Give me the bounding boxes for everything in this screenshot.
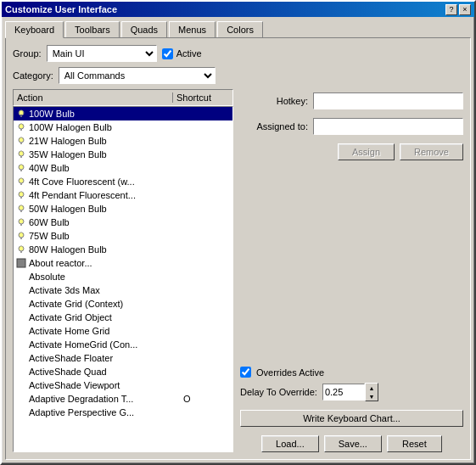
list-item[interactable]: 40W Bulb [14,161,232,175]
hotkey-label: Hotkey: [240,96,308,106]
group-row: Group: Main UI Active [13,45,463,62]
list-item-text: ActiveShade Viewport [27,380,180,390]
empty-icon [15,311,27,323]
assigned-to-row: Assigned to: [240,118,463,135]
list-item-text: 4ft Pendant Fluorescent... [27,190,180,200]
list-item[interactable]: ActiveShade Floater [14,351,232,365]
action-list-container: Action Shortcut 100W Bulb100W Halogen Bu… [13,89,233,452]
list-item[interactable]: 80W Halogen Bulb [14,243,232,256]
bulb-icon [15,162,27,174]
help-button[interactable]: ? [445,4,457,15]
list-item[interactable]: Activate Grid (Context) [14,297,232,311]
list-item[interactable]: 35W Halogen Bulb [14,148,232,161]
empty-icon [15,271,27,283]
list-item[interactable]: About reactor... [14,256,232,270]
bulb-icon [15,148,27,160]
bulb-icon [15,135,27,147]
assign-button[interactable]: Assign [338,143,395,160]
bulb-icon [15,189,27,201]
list-item[interactable]: Activate Grid Object [14,311,232,324]
list-item-text: Activate 3ds Max [27,285,180,295]
list-item-text: 4ft Cove Fluorescent (w... [27,176,180,187]
list-item-text: 80W Halogen Bulb [27,244,180,255]
list-item[interactable]: Activate 3ds Max [14,283,232,297]
delay-row: Delay To Override: 0.25 ▲ ▼ [240,383,463,401]
list-item[interactable]: Adaptive Degradation T...O [14,392,232,406]
category-label: Category: [13,70,53,81]
empty-icon [15,352,27,364]
list-item-text: ActiveShade Floater [27,353,180,363]
active-checkbox[interactable] [162,48,173,59]
tab-colors[interactable]: Colors [217,21,263,38]
list-item[interactable]: 60W Bulb [14,216,232,229]
hotkey-input[interactable] [313,92,463,109]
list-item-text: 35W Halogen Bulb [27,149,180,160]
main-window: Customize User Interface ? × Keyboard To… [0,0,476,465]
main-area: Action Shortcut 100W Bulb100W Halogen Bu… [13,89,463,452]
write-keyboard-chart-button[interactable]: Write Keyboard Chart... [240,410,463,427]
list-item-text: Adaptive Perspective G... [27,407,180,417]
list-item[interactable]: 100W Halogen Bulb [14,120,232,134]
list-item[interactable]: 50W Halogen Bulb [14,202,232,216]
list-item[interactable]: Absolute [14,270,232,283]
list-item[interactable]: Activate HomeGrid (Con... [14,338,232,351]
delay-input[interactable]: 0.25 [322,384,365,401]
list-item-text: 50W Halogen Bulb [27,204,180,214]
assigned-to-input[interactable] [313,118,463,135]
overrides-row: Overrides Active [240,367,463,378]
list-item-text: 100W Halogen Bulb [27,122,180,132]
action-list[interactable]: 100W Bulb100W Halogen Bulb21W Halogen Bu… [13,106,233,452]
action-column-header: Action [14,92,173,103]
list-item[interactable]: 4ft Pendant Fluorescent... [14,188,232,202]
empty-icon [15,339,27,350]
tab-keyboard[interactable]: Keyboard [5,21,64,38]
empty-icon [15,393,27,405]
list-item[interactable]: Adaptive Perspective G... [14,406,232,419]
list-item[interactable]: Activate Home Grid [14,324,232,338]
overrides-checkbox[interactable] [240,367,251,378]
remove-button[interactable]: Remove [400,143,463,160]
bulb-icon [15,121,27,133]
empty-icon [15,406,27,418]
list-item[interactable]: 21W Halogen Bulb [14,134,232,148]
list-item-text: 40W Bulb [27,163,180,173]
list-item[interactable]: 4ft Cove Fluorescent (w... [14,175,232,188]
tab-menus[interactable]: Menus [169,21,216,38]
spinner-down-button[interactable]: ▼ [366,392,378,401]
svg-rect-33 [17,259,25,267]
tab-bar: Keyboard Toolbars Quads Menus Colors [5,20,471,37]
square-icon [15,257,27,269]
keyboard-panel: Group: Main UI Active Category: All Comm… [5,37,471,460]
bulb-icon [15,244,27,255]
delay-spinner: 0.25 ▲ ▼ [322,383,378,401]
bulb-icon [15,176,27,188]
reset-button[interactable]: Reset [387,435,442,452]
bulb-icon [15,216,27,228]
bulb-icon [15,108,27,120]
close-button[interactable]: × [459,4,471,15]
empty-icon [15,379,27,391]
spacer [240,165,463,355]
list-item[interactable]: ActiveShade Quad [14,365,232,378]
title-bar-buttons: ? × [445,4,471,15]
save-button[interactable]: Save... [324,435,382,452]
list-item-text: Activate Home Grid [27,326,180,336]
window-content: Keyboard Toolbars Quads Menus Colors Gro… [2,17,474,463]
load-button[interactable]: Load... [261,435,319,452]
group-dropdown[interactable]: Main UI [47,45,157,62]
category-row: Category: All Commands [13,67,463,84]
active-label: Active [176,48,202,59]
list-item[interactable]: ActiveShade Viewport [14,378,232,392]
list-item[interactable]: 75W Bulb [14,229,232,243]
list-item[interactable]: 100W Bulb [14,107,232,120]
empty-icon [15,325,27,337]
list-item-text: About reactor... [27,258,180,268]
spinner-up-button[interactable]: ▲ [366,384,378,392]
list-header: Action Shortcut [13,89,233,106]
empty-icon [15,284,27,296]
empty-icon [15,366,27,378]
tab-toolbars[interactable]: Toolbars [65,21,120,38]
tab-quads[interactable]: Quads [121,21,167,38]
active-checkbox-row: Active [162,48,202,59]
category-dropdown[interactable]: All Commands [59,67,216,84]
